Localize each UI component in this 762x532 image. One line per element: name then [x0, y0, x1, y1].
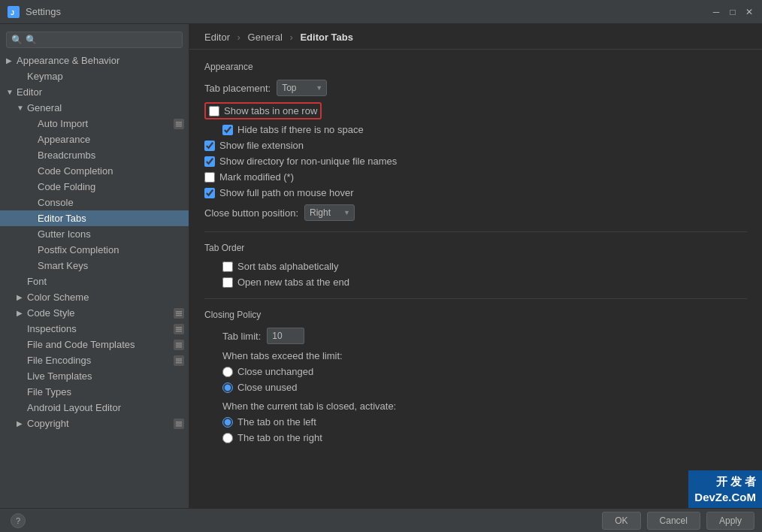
tab-on-left-label[interactable]: The tab on the left [237, 416, 316, 428]
arrow-color-scheme [17, 293, 26, 301]
sidebar-item-file-types[interactable]: File Types [0, 384, 189, 400]
help-button[interactable]: ? [11, 513, 26, 528]
sidebar-item-file-encodings[interactable]: File Encodings [0, 352, 189, 368]
close-unchanged-radio[interactable] [222, 367, 233, 377]
tab-limit-input[interactable] [267, 328, 304, 344]
show-file-ext-label[interactable]: Show file extension [219, 140, 304, 151]
sidebar-item-auto-import[interactable]: Auto Import [0, 116, 189, 131]
cancel-button[interactable]: Cancel [647, 512, 700, 530]
when-current-closed-label-row: When the current tab is closed, activate… [204, 401, 747, 412]
tab-on-left-radio[interactable] [222, 417, 233, 428]
sidebar-item-gutter-icons[interactable]: Gutter Icons [0, 226, 189, 242]
search-box[interactable]: 🔍 [6, 32, 183, 48]
breadcrumb-sep-1: › [237, 32, 240, 43]
open-new-tabs-end-label[interactable]: Open new tabs at the end [237, 277, 349, 288]
hide-tabs-no-space-checkbox[interactable] [222, 125, 233, 135]
tab-placement-group: Tab placement: Top Bottom Left Right Non… [204, 80, 747, 96]
svg-rect-9 [176, 328, 182, 330]
sidebar-item-appearance[interactable]: Appearance [0, 131, 189, 147]
show-tabs-one-row-label[interactable]: Show tabs in one row [224, 105, 317, 116]
minimize-button[interactable]: ─ [711, 7, 721, 17]
sort-alphabetically-row: Sort tabs alphabetically [204, 261, 747, 272]
sidebar-item-appearance-behavior[interactable]: Appearance & Behavior [0, 53, 189, 68]
tab-on-right-radio[interactable] [222, 433, 233, 443]
content-body: Appearance Tab placement: Top Bottom Lef… [189, 50, 762, 460]
divider-1 [204, 231, 747, 232]
closing-policy-section-title: Closing Policy [204, 310, 747, 320]
tab-placement-select[interactable]: Top Bottom Left Right None [277, 80, 327, 96]
svg-rect-17 [176, 422, 182, 423]
sidebar-item-general[interactable]: General [0, 100, 189, 116]
mark-modified-checkbox[interactable] [204, 172, 215, 183]
sidebar-item-code-style[interactable]: Code Style [0, 305, 189, 321]
sidebar-label-code-style: Code Style [27, 307, 75, 319]
sidebar-label-smart-keys: Smart Keys [38, 260, 88, 271]
sidebar-item-keymap[interactable]: Keymap [0, 68, 189, 84]
sort-alphabetically-checkbox[interactable] [222, 261, 233, 272]
show-full-path-checkbox[interactable] [204, 188, 215, 198]
sidebar-item-inspections[interactable]: Inspections [0, 321, 189, 337]
sidebar-item-android-layout-editor[interactable]: Android Layout Editor [0, 400, 189, 416]
svg-rect-6 [176, 313, 182, 314]
sidebar-item-font[interactable]: Font [0, 274, 189, 289]
apply-button[interactable]: Apply [706, 512, 754, 530]
svg-rect-15 [176, 360, 182, 361]
sidebar-item-live-templates[interactable]: Live Templates [0, 368, 189, 384]
show-directory-checkbox[interactable] [204, 156, 215, 167]
breadcrumb-general: General [248, 32, 283, 43]
sidebar-items-container: Appearance & BehaviorKeymapEditorGeneral… [0, 53, 189, 431]
badge-copyright [174, 419, 184, 429]
show-file-ext-checkbox[interactable] [204, 141, 215, 151]
search-input[interactable] [26, 35, 177, 45]
close-unused-row: Close unused [204, 382, 747, 393]
sidebar-item-editor-tabs[interactable]: Editor Tabs [0, 210, 189, 226]
svg-rect-10 [176, 331, 182, 332]
arrow-code-style [17, 309, 26, 317]
breadcrumb-sep-2: › [289, 32, 292, 43]
watermark-line2: DevZe.CoM [694, 489, 756, 505]
close-button-position-select-wrapper: Right Left Hidden [304, 204, 355, 221]
sidebar-label-postfix-completion: Postfix Completion [38, 244, 119, 255]
sidebar-item-editor[interactable]: Editor [0, 84, 189, 100]
close-button[interactable]: ✕ [744, 7, 754, 17]
show-tabs-one-row-checkbox[interactable] [209, 106, 219, 116]
show-directory-label[interactable]: Show directory for non-unique file names [219, 156, 397, 167]
sidebar-label-copyright: Copyright [27, 418, 69, 429]
close-unused-label[interactable]: Close unused [237, 382, 298, 393]
sort-alphabetically-label[interactable]: Sort tabs alphabetically [237, 261, 338, 272]
mark-modified-label[interactable]: Mark modified (*) [219, 171, 294, 183]
svg-rect-3 [176, 123, 182, 125]
tab-on-left-row: The tab on the left [204, 416, 747, 428]
sidebar-label-code-completion: Code Completion [38, 165, 113, 177]
sidebar-item-file-code-templates[interactable]: File and Code Templates [0, 337, 189, 352]
sidebar-item-color-scheme[interactable]: Color Scheme [0, 289, 189, 305]
maximize-button[interactable]: □ [727, 7, 738, 17]
sidebar-label-file-code-templates: File and Code Templates [27, 339, 135, 350]
badge-file-encodings [174, 355, 184, 366]
watermark: 开 发 者 DevZe.CoM [688, 470, 762, 508]
sidebar-item-postfix-completion[interactable]: Postfix Completion [0, 242, 189, 258]
close-unused-radio[interactable] [222, 382, 233, 393]
open-new-tabs-end-checkbox[interactable] [222, 277, 233, 288]
show-tabs-one-row-row: Show tabs in one row [204, 102, 747, 119]
sidebar-item-smart-keys[interactable]: Smart Keys [0, 258, 189, 274]
close-unchanged-label[interactable]: Close unchanged [237, 366, 313, 377]
breadcrumb-current: Editor Tabs [300, 32, 353, 43]
sidebar-item-console[interactable]: Console [0, 195, 189, 210]
svg-rect-12 [176, 344, 182, 346]
tab-limit-group: Tab limit: [204, 328, 747, 344]
tab-on-right-label[interactable]: The tab on the right [237, 432, 322, 443]
tab-limit-label: Tab limit: [222, 331, 261, 342]
show-directory-row: Show directory for non-unique file names [204, 156, 747, 167]
close-button-position-select[interactable]: Right Left Hidden [304, 204, 355, 221]
ok-button[interactable]: OK [602, 512, 640, 530]
hide-tabs-no-space-label[interactable]: Hide tabs if there is no space [237, 124, 364, 135]
sidebar-item-code-completion[interactable]: Code Completion [0, 163, 189, 179]
sidebar-item-code-folding[interactable]: Code Folding [0, 179, 189, 195]
tab-order-section-title: Tab Order [204, 243, 747, 253]
sidebar-label-breadcrumbs: Breadcrumbs [38, 150, 95, 161]
sidebar-item-breadcrumbs[interactable]: Breadcrumbs [0, 147, 189, 163]
svg-rect-8 [176, 327, 182, 328]
sidebar-item-copyright[interactable]: Copyright [0, 416, 189, 431]
show-full-path-label[interactable]: Show full path on mouse hover [219, 187, 354, 198]
